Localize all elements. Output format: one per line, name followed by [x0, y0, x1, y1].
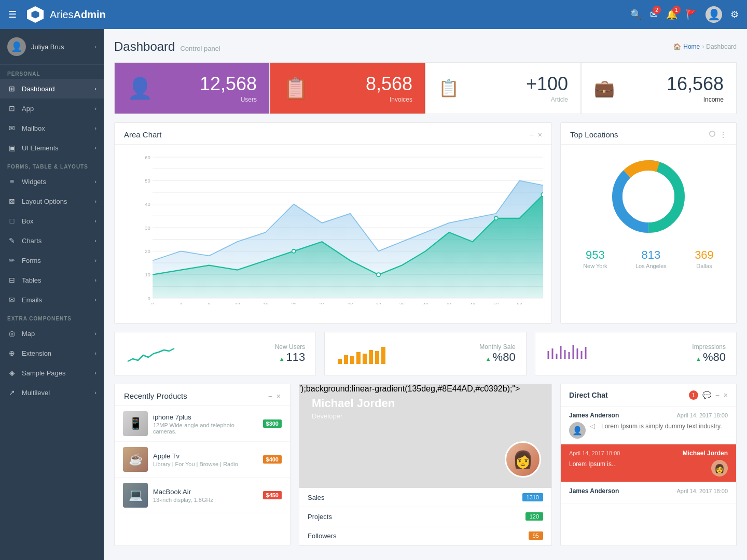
page-subtitle: Control panel: [180, 45, 220, 52]
chat-badge-num: 1: [689, 390, 698, 400]
stat-card-invoices: 📋 8,568 Invoices: [270, 62, 425, 114]
svg-point-39: [377, 273, 380, 276]
location-los-angeles: 813 Los Angeles: [635, 248, 667, 269]
app-icon: ⊡: [7, 104, 17, 113]
charts-icon: ✎: [7, 236, 17, 245]
sidebar-item-extension[interactable]: ⊕ Extension ›: [0, 343, 104, 363]
mini-stat-monthly-sale-info: Monthly Sale ▲ %80: [479, 343, 515, 364]
profile-name: Michael Jorden: [312, 397, 539, 410]
mini-stats-row: New Users ▲ 113: [114, 332, 737, 375]
followers-label: Followers: [308, 532, 337, 540]
chat-message-3: James Anderson April 14, 2017 18:00: [561, 482, 736, 503]
sidebar-item-widgets[interactable]: ≡ Widgets ›: [0, 172, 104, 191]
sidebar-item-box[interactable]: □ Box ›: [0, 211, 104, 231]
iphone-price: $300: [263, 419, 282, 428]
page-header: Dashboard Control panel 🏠 Home › Dashboa…: [114, 39, 737, 54]
svg-text:4: 4: [179, 302, 182, 304]
income-value: 16,568: [667, 73, 724, 95]
sales-table: Sales 1310 Projects 120 Followers 95: [299, 488, 551, 545]
chat-close-icon[interactable]: ×: [724, 391, 728, 399]
direct-chat-panel: Direct Chat 1 💬 − × James Anderson April…: [560, 384, 737, 546]
sidebar-item-charts[interactable]: ✎ Charts ›: [0, 231, 104, 250]
svg-point-41: [541, 193, 543, 197]
sidebar-item-emails[interactable]: ✉ Emails ›: [0, 290, 104, 310]
chat-msg-3-header: James Anderson April 14, 2017 18:00: [569, 487, 728, 495]
logo-text: AriesAdmin: [50, 9, 106, 21]
sidebar-item-ui-elements[interactable]: ▣ UI Elements ›: [0, 138, 104, 158]
svg-rect-49: [350, 356, 354, 364]
chat-sender-3: James Anderson: [569, 487, 619, 495]
macbook-name: MacBook Air: [153, 488, 258, 496]
circle-icon[interactable]: [709, 131, 715, 137]
iphone-thumb: 📱: [123, 411, 148, 436]
topnav: ☰ AriesAdmin 🔍 ✉ 2 🔔 1 🚩 👤 ⚙: [0, 0, 747, 29]
sidebar-app-chevron: ›: [94, 105, 96, 111]
iphone-desc: 12MP Wide-angle and telephoto cameras.: [153, 422, 258, 435]
breadcrumb-home[interactable]: Home: [683, 43, 700, 50]
sidebar-item-dashboard[interactable]: ⊞ Dashboard ›: [0, 79, 104, 99]
bottom-row: Recently Products − × 📱 iphone 7plus 12M…: [114, 384, 737, 546]
search-icon[interactable]: 🔍: [630, 9, 642, 20]
sidebar-ui-chevron: ›: [94, 145, 96, 151]
iphone-info: iphone 7plus 12MP Wide-angle and telepho…: [153, 413, 258, 435]
user-avatar[interactable]: 👤: [706, 6, 722, 23]
flag-icon[interactable]: 🚩: [686, 9, 697, 20]
chat-time-3: April 14, 2017 18:00: [677, 488, 728, 494]
sidebar-extension-label: Extension: [22, 349, 51, 357]
followers-value: 95: [529, 531, 543, 540]
hamburger-icon[interactable]: ☰: [8, 9, 17, 20]
chat-time-1: April 14, 2017 18:00: [677, 412, 728, 418]
mini-stat-new-users: New Users ▲ 113: [114, 332, 316, 375]
sidebar-avatar: 👤: [7, 37, 26, 56]
sidebar-item-tables[interactable]: ⊟ Tables ›: [0, 270, 104, 290]
sidebar-user[interactable]: 👤 Juliya Brus ›: [0, 29, 104, 65]
top-locations-title: Top Locations: [570, 130, 618, 139]
chat-arrow-1: ◁: [590, 422, 595, 430]
settings-icon[interactable]: ⚙: [730, 9, 739, 20]
users-label: Users: [241, 96, 257, 103]
svg-text:36: 36: [399, 302, 405, 304]
mail-icon[interactable]: ✉ 2: [650, 9, 658, 20]
svg-text:0: 0: [148, 296, 150, 301]
chat-minimize-icon[interactable]: −: [715, 391, 720, 399]
chat-msg-1-header: James Anderson April 14, 2017 18:00: [569, 412, 728, 419]
emails-icon: ✉: [7, 295, 17, 304]
stat-card-invoices-content: 8,568 Invoices: [317, 73, 412, 103]
appletv-desc: Library | For You | Browse | Radio: [153, 461, 258, 467]
sidebar-item-mailbox[interactable]: ✉ Mailbox ›: [0, 118, 104, 138]
sidebar-item-sample[interactable]: ◈ Sample Pages ›: [0, 363, 104, 383]
stat-card-article: 📋 +100 Article: [425, 62, 581, 114]
svg-text:20: 20: [145, 249, 150, 254]
sidebar-item-app[interactable]: ⊡ App ›: [0, 99, 104, 118]
recently-products-actions: − ×: [268, 392, 281, 400]
widgets-icon: ≡: [7, 177, 17, 186]
close-products-icon[interactable]: ×: [276, 392, 281, 400]
topnav-right: 🔍 ✉ 2 🔔 1 🚩 👤 ⚙: [630, 6, 739, 23]
sidebar-item-forms[interactable]: ✏ Forms ›: [0, 250, 104, 270]
chat-avatar-1: 👤: [569, 422, 586, 439]
svg-point-40: [494, 216, 498, 220]
area-chart-title: Area Chart: [124, 130, 162, 139]
sidebar-item-layout[interactable]: ⊠ Layout Options ›: [0, 191, 104, 211]
mini-stat-impressions-info: Impressions ▲ %80: [692, 343, 726, 364]
sidebar-item-map[interactable]: ◎ Map ›: [0, 324, 104, 343]
svg-text:32: 32: [376, 302, 381, 304]
bell-icon[interactable]: 🔔 1: [666, 9, 677, 20]
close-icon[interactable]: ×: [538, 131, 542, 139]
minimize-products-icon[interactable]: −: [268, 392, 272, 400]
location-new-york: 953 New York: [583, 248, 607, 269]
sidebar-layout-label: Layout Options: [22, 198, 67, 205]
svg-text:52: 52: [493, 302, 499, 304]
macbook-price: $450: [263, 491, 282, 499]
minimize-icon[interactable]: −: [530, 131, 534, 139]
profile-avatar-large: 👩: [505, 441, 541, 478]
chat-comment-icon[interactable]: 💬: [702, 391, 711, 399]
sidebar-item-multilevel[interactable]: ↗ Multilevel ›: [0, 383, 104, 402]
ui-elements-icon: ▣: [7, 143, 17, 152]
sidebar-map-label: Map: [22, 330, 35, 338]
sidebar-username: Juliya Brus: [31, 43, 64, 51]
page-title-group: Dashboard Control panel: [114, 39, 220, 54]
more-icon[interactable]: ⋮: [720, 131, 727, 139]
top-locations-header: Top Locations ⋮: [561, 123, 736, 145]
sidebar: 👤 Juliya Brus › PERSONAL ⊞ Dashboard › ⊡…: [0, 29, 104, 560]
